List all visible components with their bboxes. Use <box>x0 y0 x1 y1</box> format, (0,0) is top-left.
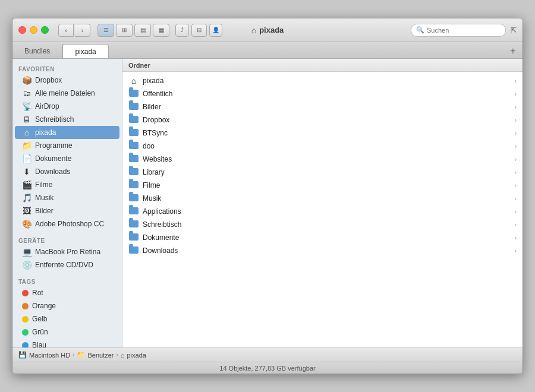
file-row-bilder[interactable]: Bilder › <box>122 100 523 113</box>
sidebar-item-pixada[interactable]: ⌂ pixada <box>15 126 119 139</box>
filelist-header-label: Ordner <box>128 62 150 69</box>
sidebar-item-macbook[interactable]: 💻 MacBook Pro Retina <box>12 245 122 258</box>
sidebar-item-orange[interactable]: Orange <box>12 299 122 312</box>
sidebar-item-label: Musik <box>35 194 54 202</box>
close-button[interactable] <box>18 26 26 34</box>
sidebar-item-label: pixada <box>35 128 56 137</box>
sidebar-item-filme[interactable]: 🎬 Filme <box>12 178 122 191</box>
sidebar-item-label: Rot <box>32 289 43 297</box>
quicklook-button[interactable]: 👤 <box>209 24 222 37</box>
view-column-button[interactable]: ▤ <box>134 24 151 37</box>
sidebar-item-cd[interactable]: 💿 Entfernte CD/DVD <box>12 258 122 271</box>
window-title: ⌂ pixada <box>251 26 284 35</box>
breadcrumb-bar: 💾 Macintosh HD › 📁 Benutzer › ⌂ pixada <box>12 347 523 362</box>
folder-icon: 📁 <box>77 351 85 359</box>
sidebar-item-label: Entfernte CD/DVD <box>35 261 93 269</box>
sidebar-item-gelb[interactable]: Gelb <box>12 312 122 325</box>
file-name: doo <box>143 142 511 150</box>
titlebar: ‹ › ☰ ⊞ ▤ ▦ ⤴ ⊟ 👤 ⌂ pixada 🔍 ⇱ <box>12 18 523 42</box>
tag-blau-dot <box>22 342 29 348</box>
file-row-pixada[interactable]: ⌂ pixada › <box>122 74 523 87</box>
tab-bundles[interactable]: Bundles <box>12 44 62 58</box>
folder-icon <box>128 154 139 164</box>
sidebar-item-dokumente[interactable]: 📄 Dokumente <box>12 152 122 165</box>
sidebar-item-label: Schreibtisch <box>35 115 74 124</box>
view-list-button[interactable]: ☰ <box>97 24 114 37</box>
file-row-btsync[interactable]: BTSync › <box>122 127 523 140</box>
sidebar-item-bilder[interactable]: 🖼 Bilder <box>12 204 122 217</box>
file-list: Ordner ⌂ pixada › Öffentlich › Bilder › <box>122 59 523 347</box>
tab-pixada[interactable]: pixada <box>62 44 108 58</box>
minimize-button[interactable] <box>30 26 37 34</box>
file-name: pixada <box>143 77 511 85</box>
sidebar-item-dropbox[interactable]: 📦 Dropbox <box>12 74 122 87</box>
folder-icon <box>128 141 139 151</box>
status-bar: 14 Objekte, 277,83 GB verfügbar <box>12 362 523 374</box>
sidebar-item-blau[interactable]: Blau <box>12 339 122 347</box>
file-row-schreibtisch[interactable]: Schreibtisch › <box>122 218 523 231</box>
file-row-library[interactable]: Library › <box>122 166 523 179</box>
sidebar-item-downloads[interactable]: ⬇ Downloads <box>12 165 122 178</box>
file-row-musik[interactable]: Musik › <box>122 192 523 205</box>
sidebar-item-photoshop[interactable]: 🎨 Adobe Photoshop CC <box>12 217 122 230</box>
file-name: Musik <box>143 194 511 203</box>
share-button[interactable]: ⤴ <box>175 24 189 37</box>
file-row-oeffentlich[interactable]: Öffentlich › <box>122 87 523 100</box>
search-box[interactable]: 🔍 <box>411 24 506 37</box>
home-icon: ⌂ <box>251 26 256 35</box>
file-row-dropbox[interactable]: Dropbox › <box>122 113 523 127</box>
search-input[interactable] <box>427 27 501 34</box>
home-folder-icon: ⌂ <box>128 76 139 86</box>
file-row-applications[interactable]: Applications › <box>122 205 523 218</box>
file-name: Öffentlich <box>143 90 511 98</box>
add-tab-button[interactable]: + <box>506 44 520 58</box>
folder-icon <box>128 181 139 190</box>
sidebar-item-programme[interactable]: 📁 Programme <box>12 139 122 152</box>
chevron-right-icon: › <box>515 235 517 241</box>
airdrop-icon: 📡 <box>22 102 32 111</box>
sidebar-item-alle-dateien[interactable]: 🗂 Alle meine Dateien <box>12 87 122 100</box>
sidebar-item-label: Bilder <box>35 207 54 215</box>
view-icon-button[interactable]: ⊞ <box>116 24 133 37</box>
sidebar-item-schreibtisch[interactable]: 🖥 Schreibtisch <box>12 113 122 126</box>
sidebar-item-rot[interactable]: Rot <box>12 286 122 299</box>
sidebar-item-label: Blau <box>32 341 46 347</box>
folder-icon <box>128 128 139 138</box>
finder-window: ‹ › ☰ ⊞ ▤ ▦ ⤴ ⊟ 👤 ⌂ pixada 🔍 ⇱ Bundles <box>12 18 523 374</box>
sidebar-item-label: Downloads <box>35 167 70 176</box>
file-row-filme[interactable]: Filme › <box>122 179 523 192</box>
sidebar-item-musik[interactable]: 🎵 Musik <box>12 191 122 204</box>
fullscreen-button[interactable] <box>41 26 49 34</box>
folder-icon <box>128 233 139 242</box>
tag-gruen-dot <box>22 329 29 336</box>
sidebar-item-gruen[interactable]: Grün <box>12 325 122 339</box>
breadcrumb-pixada[interactable]: pixada <box>127 352 146 359</box>
folder-icon <box>128 246 139 255</box>
file-name: Schreibtisch <box>143 220 511 229</box>
file-row-websites[interactable]: Websites › <box>122 153 523 166</box>
resize-button[interactable]: ⇱ <box>511 26 517 34</box>
breadcrumb-hd[interactable]: Macintosh HD <box>29 352 70 359</box>
forward-button[interactable]: › <box>75 24 90 37</box>
sidebar-item-airdrop[interactable]: 📡 AirDrop <box>12 100 122 113</box>
back-button[interactable]: ‹ <box>58 24 74 37</box>
file-name: Library <box>143 168 511 176</box>
chevron-right-icon: › <box>515 182 517 189</box>
file-row-downloads[interactable]: Downloads › <box>122 244 523 257</box>
search-icon: 🔍 <box>416 26 424 34</box>
sidebar-item-label: Grün <box>32 328 48 336</box>
breadcrumb-benutzer[interactable]: Benutzer <box>87 352 114 359</box>
pictures-icon: 🖼 <box>22 206 32 216</box>
chevron-right-icon: › <box>515 104 517 110</box>
action-buttons: ⤴ ⊟ 👤 <box>175 24 222 37</box>
folder-icon <box>128 115 139 125</box>
home-icon: ⌂ <box>121 352 125 359</box>
file-row-doo[interactable]: doo › <box>122 140 523 153</box>
arrange-button[interactable]: ⊟ <box>191 24 207 37</box>
sidebar-section-geraete: GERÄTE <box>12 235 122 245</box>
sidebar-item-label: Gelb <box>32 315 47 323</box>
view-cover-button[interactable]: ▦ <box>153 24 169 37</box>
view-buttons: ☰ ⊞ ▤ ▦ <box>97 24 169 37</box>
tag-orange-dot <box>22 303 29 309</box>
file-row-dokumente[interactable]: Dokumente › <box>122 231 523 244</box>
